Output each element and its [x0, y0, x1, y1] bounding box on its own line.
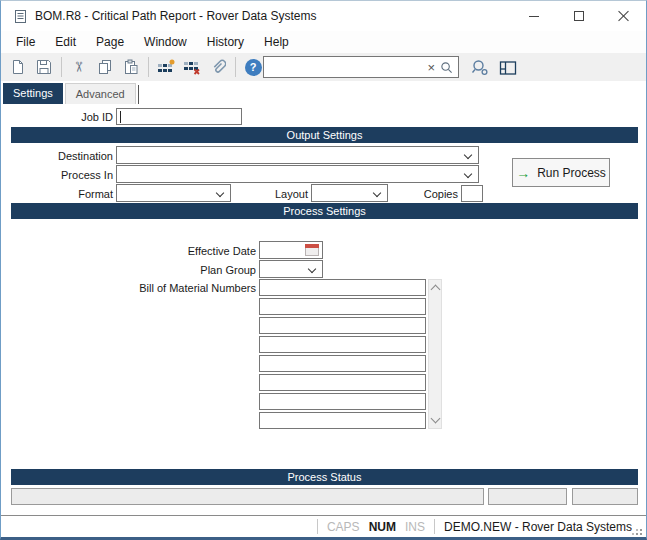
maximize-icon	[574, 11, 584, 21]
caps-indicator: CAPS	[327, 520, 360, 534]
cut-button[interactable]: ✂	[66, 55, 92, 79]
menu-history[interactable]: History	[197, 31, 254, 53]
chevron-down-icon	[308, 265, 316, 273]
statusbar-separator	[317, 519, 318, 534]
help-icon: ?	[245, 59, 262, 76]
bom-number-input[interactable]	[259, 393, 426, 410]
close-button[interactable]	[601, 1, 646, 31]
toolbar-separator	[61, 57, 62, 77]
scroll-up-icon[interactable]	[431, 285, 441, 295]
run-process-button[interactable]: → Run Process	[512, 158, 610, 187]
paste-button[interactable]	[118, 55, 144, 79]
effective-date-label: Effective Date	[1, 245, 256, 257]
tab-settings[interactable]: Settings	[3, 83, 63, 104]
record-lookup-icon	[471, 59, 489, 77]
attachment-button[interactable]	[205, 55, 231, 79]
grid-delete-row-icon	[183, 59, 201, 75]
resize-grip[interactable]	[640, 533, 642, 535]
search-input[interactable]	[264, 58, 424, 76]
menu-page[interactable]: Page	[86, 31, 134, 53]
window-title: BOM.R8 - Critical Path Report - Rover Da…	[35, 9, 316, 23]
tab-separator	[138, 85, 139, 104]
destination-label: Destination	[1, 150, 113, 162]
toolbar: ✂ ? ×	[1, 53, 646, 81]
menu-file[interactable]: File	[6, 31, 45, 53]
job-id-label: Job ID	[1, 111, 113, 123]
maximize-button[interactable]	[556, 1, 601, 31]
menu-bar: File Edit Page Window History Help	[1, 31, 646, 53]
bom-list	[259, 279, 426, 431]
plan-group-select[interactable]	[259, 260, 323, 278]
close-icon	[618, 10, 630, 22]
app-window: BOM.R8 - Critical Path Report - Rover Da…	[0, 0, 647, 540]
search-icon[interactable]	[438, 61, 458, 74]
search-clear-icon[interactable]: ×	[424, 60, 438, 75]
bom-number-input[interactable]	[259, 298, 426, 315]
menu-edit[interactable]: Edit	[45, 31, 86, 53]
title-bar: BOM.R8 - Critical Path Report - Rover Da…	[1, 1, 646, 31]
process-in-label: Process In	[1, 169, 113, 181]
bom-number-input[interactable]	[259, 412, 426, 429]
menu-window[interactable]: Window	[134, 31, 197, 53]
scroll-down-icon[interactable]	[431, 414, 441, 424]
copy-button[interactable]	[92, 55, 118, 79]
document-icon	[14, 9, 27, 24]
status-timer-box	[572, 488, 638, 505]
bom-number-input[interactable]	[259, 355, 426, 372]
chevron-down-icon	[464, 151, 472, 159]
bom-numbers-label: Bill of Material Numbers	[1, 282, 256, 294]
grid-add-row-icon	[157, 59, 175, 75]
bom-number-input[interactable]	[259, 374, 426, 391]
save-button[interactable]	[31, 55, 57, 79]
grid-add-row-button[interactable]	[153, 55, 179, 79]
num-indicator: NUM	[369, 520, 396, 534]
toolbar-separator	[235, 57, 236, 77]
toolbar-separator	[148, 57, 149, 77]
status-message-box	[11, 488, 484, 505]
toolbar-search: ×	[263, 56, 459, 78]
tab-bar: Settings Advanced	[1, 83, 139, 104]
process-status-banner: Process Status	[11, 469, 638, 485]
save-icon	[36, 59, 52, 75]
new-document-icon	[10, 59, 26, 75]
copies-label: Copies	[396, 188, 458, 200]
layout-select[interactable]	[311, 184, 388, 202]
panel-layout-icon	[499, 60, 517, 76]
run-process-label: Run Process	[537, 166, 606, 180]
job-id-input[interactable]	[116, 108, 242, 125]
statusbar-separator	[434, 519, 435, 534]
paste-icon	[123, 59, 139, 75]
format-label: Format	[1, 188, 113, 200]
copies-input[interactable]	[461, 185, 483, 202]
copy-icon	[97, 59, 113, 75]
panel-layout-button[interactable]	[495, 56, 521, 80]
minimize-button[interactable]	[511, 1, 556, 31]
ins-indicator: INS	[405, 520, 425, 534]
chevron-down-icon	[216, 189, 224, 197]
chevron-down-icon	[373, 189, 381, 197]
bom-number-input[interactable]	[259, 279, 426, 296]
bom-number-input[interactable]	[259, 336, 426, 353]
status-bar: CAPS NUM INS DEMO.NEW - Rover Data Syste…	[1, 516, 646, 537]
process-settings-banner: Process Settings	[11, 203, 638, 219]
attachment-icon	[210, 59, 226, 75]
destination-select[interactable]	[116, 146, 479, 164]
menu-help[interactable]: Help	[254, 31, 299, 53]
grid-delete-row-button[interactable]	[179, 55, 205, 79]
calendar-icon[interactable]	[305, 244, 319, 256]
process-in-select[interactable]	[116, 165, 479, 183]
new-document-button[interactable]	[5, 55, 31, 79]
bom-scrollbar[interactable]	[428, 279, 442, 429]
minimize-icon	[529, 16, 539, 17]
bom-number-input[interactable]	[259, 317, 426, 334]
text-caret	[120, 111, 121, 123]
format-select[interactable]	[116, 184, 231, 202]
connection-status: DEMO.NEW - Rover Data Systems	[444, 520, 632, 534]
run-arrow-icon: →	[516, 165, 530, 181]
effective-date-input[interactable]	[259, 241, 323, 259]
status-counter-box	[488, 488, 567, 505]
layout-label: Layout	[241, 188, 308, 200]
record-lookup-button[interactable]	[467, 56, 493, 80]
cut-icon: ✂	[71, 61, 87, 73]
tab-advanced[interactable]: Advanced	[65, 83, 136, 104]
